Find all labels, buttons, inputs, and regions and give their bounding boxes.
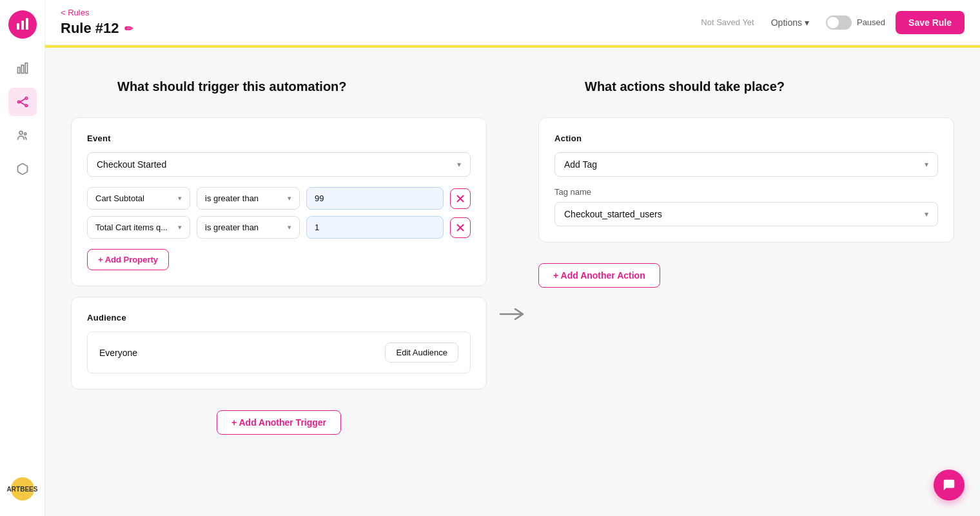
trigger-icon: 🏷️ bbox=[71, 68, 107, 104]
trigger-section-header: 🏷️ What should trigger this automation? bbox=[71, 68, 487, 104]
action-card: Action Add Tag ▾ Tag name Checkout_start… bbox=[538, 117, 954, 243]
chat-bubble[interactable] bbox=[934, 470, 965, 501]
not-saved-status: Not Saved Yet bbox=[701, 17, 754, 27]
svg-point-7 bbox=[25, 97, 27, 99]
topbar: < Rules Rule #12 ✏ Not Saved Yet Options… bbox=[45, 0, 980, 45]
filter-1-operator-label: is greater than bbox=[205, 194, 259, 203]
svg-point-6 bbox=[17, 101, 19, 103]
filter-row-1: Cart Subtotal ▾ is greater than ▾ bbox=[87, 187, 471, 210]
action-dropdown-value: Add Tag bbox=[564, 159, 597, 170]
audience-inner: Everyone Edit Audience bbox=[87, 332, 471, 373]
rule-title-text: Rule #12 bbox=[61, 20, 119, 37]
sidebar-avatar[interactable]: ARTBEES bbox=[11, 477, 34, 501]
filter-2-operator-arrow: ▾ bbox=[288, 223, 291, 232]
topbar-left: < Rules Rule #12 ✏ bbox=[61, 8, 133, 37]
action-icon: ⚙️ bbox=[538, 68, 574, 104]
filter-1-property-arrow: ▾ bbox=[178, 194, 182, 203]
options-label: Options bbox=[771, 17, 802, 28]
action-section-title: What actions should take place? bbox=[585, 79, 785, 94]
svg-rect-2 bbox=[26, 18, 28, 30]
action-dropdown-arrow: ▾ bbox=[925, 160, 928, 169]
svg-rect-3 bbox=[17, 67, 19, 73]
options-button[interactable]: Options ▾ bbox=[765, 14, 816, 32]
filter-1-property-select[interactable]: Cart Subtotal ▾ bbox=[87, 187, 190, 210]
pause-toggle-switch[interactable] bbox=[826, 15, 852, 30]
filter-2-property-arrow: ▾ bbox=[178, 223, 182, 232]
filter-2-operator-select[interactable]: is greater than ▾ bbox=[197, 216, 300, 239]
svg-rect-5 bbox=[25, 63, 27, 74]
svg-rect-4 bbox=[21, 65, 23, 74]
tag-name-dropdown-arrow: ▾ bbox=[925, 210, 928, 219]
event-card-label: Event bbox=[87, 134, 471, 143]
action-card-label: Action bbox=[554, 134, 938, 143]
filter-1-property-label: Cart Subtotal bbox=[95, 194, 144, 203]
options-chevron-icon: ▾ bbox=[805, 17, 809, 28]
edit-audience-button[interactable]: Edit Audience bbox=[385, 342, 458, 362]
event-card: Event Checkout Started ▾ Cart Subtotal ▾… bbox=[71, 117, 487, 286]
svg-rect-13 bbox=[71, 68, 107, 104]
event-dropdown-value: Checkout Started bbox=[97, 159, 166, 170]
edit-icon[interactable]: ✏ bbox=[124, 23, 133, 35]
pause-label: Paused bbox=[857, 17, 885, 27]
sidebar-item-products[interactable] bbox=[8, 155, 37, 183]
filter-2-delete-button[interactable] bbox=[450, 217, 471, 238]
tag-name-value: Checkout_started_users bbox=[564, 209, 662, 219]
audience-value: Everyone bbox=[99, 348, 137, 358]
add-property-button[interactable]: + Add Property bbox=[87, 249, 169, 270]
svg-point-11 bbox=[19, 131, 23, 134]
tag-name-label: Tag name bbox=[554, 187, 938, 197]
tag-name-dropdown[interactable]: Checkout_started_users ▾ bbox=[554, 202, 938, 226]
arrow-connector bbox=[487, 68, 538, 495]
svg-line-9 bbox=[19, 99, 24, 102]
event-dropdown-arrow: ▾ bbox=[457, 160, 461, 169]
topbar-right: Not Saved Yet Options ▾ Paused Save Rule bbox=[701, 11, 965, 34]
filter-2-property-select[interactable]: Total Cart items q... ▾ bbox=[87, 216, 190, 239]
filter-1-delete-button[interactable] bbox=[450, 188, 471, 209]
sidebar-item-contacts[interactable] bbox=[8, 121, 37, 150]
svg-text:⚙️: ⚙️ bbox=[540, 70, 574, 104]
filter-1-operator-arrow: ▾ bbox=[288, 194, 291, 203]
action-dropdown[interactable]: Add Tag ▾ bbox=[554, 152, 938, 177]
trigger-column: 🏷️ What should trigger this automation? … bbox=[71, 68, 487, 495]
action-column: ⚙️ What actions should take place? Actio… bbox=[538, 68, 954, 495]
svg-line-10 bbox=[19, 102, 24, 105]
filter-2-operator-label: is greater than bbox=[205, 223, 259, 232]
sidebar: ARTBEES bbox=[0, 0, 45, 516]
audience-card-label: Audience bbox=[87, 313, 471, 322]
svg-point-8 bbox=[25, 104, 27, 106]
sidebar-logo[interactable] bbox=[8, 10, 37, 39]
filter-2-property-label: Total Cart items q... bbox=[95, 223, 168, 232]
action-section-header: ⚙️ What actions should take place? bbox=[538, 68, 954, 104]
rule-title: Rule #12 ✏ bbox=[61, 20, 133, 37]
main-content: < Rules Rule #12 ✏ Not Saved Yet Options… bbox=[45, 0, 980, 516]
trigger-section-title: What should trigger this automation? bbox=[117, 79, 347, 94]
svg-point-12 bbox=[24, 133, 26, 135]
content-area: 🏷️ What should trigger this automation? … bbox=[45, 48, 980, 516]
svg-rect-0 bbox=[17, 23, 19, 30]
audience-card: Audience Everyone Edit Audience bbox=[71, 297, 487, 390]
svg-rect-1 bbox=[21, 21, 24, 30]
event-dropdown[interactable]: Checkout Started ▾ bbox=[87, 152, 471, 177]
sidebar-item-analytics[interactable] bbox=[8, 54, 37, 83]
add-another-action-button[interactable]: + Add Another Action bbox=[538, 263, 660, 288]
save-rule-button[interactable]: Save Rule bbox=[896, 11, 965, 34]
add-another-trigger-button[interactable]: + Add Another Trigger bbox=[217, 410, 341, 435]
filter-row-2: Total Cart items q... ▾ is greater than … bbox=[87, 216, 471, 239]
sidebar-item-automations[interactable] bbox=[8, 88, 37, 116]
filter-1-operator-select[interactable]: is greater than ▾ bbox=[197, 187, 300, 210]
pause-toggle: Paused bbox=[826, 15, 885, 30]
filter-2-value-input[interactable] bbox=[306, 216, 444, 239]
filter-1-value-input[interactable] bbox=[306, 187, 444, 210]
back-link[interactable]: < Rules bbox=[61, 8, 133, 17]
